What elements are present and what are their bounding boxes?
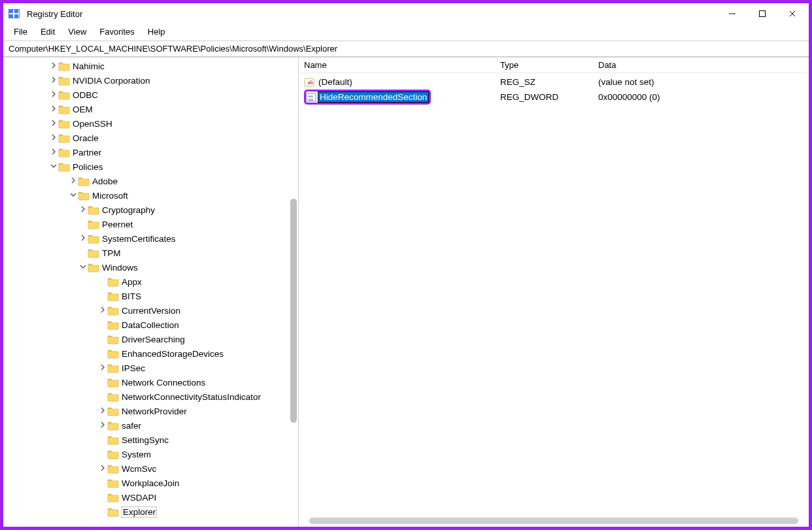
tree-item[interactable]: WSDAPI (3, 490, 298, 505)
folder-icon (88, 205, 99, 215)
maximize-button[interactable] (747, 3, 777, 24)
folder-icon (107, 334, 119, 344)
address-bar[interactable]: Computer\HKEY_LOCAL_MACHINE\SOFTWARE\Pol… (3, 41, 809, 57)
tree-item-label: Appx (122, 277, 142, 287)
value-row[interactable]: 011110HideRecommendedSectionREG_DWORD0x0… (299, 90, 809, 105)
tree-item[interactable]: Microsoft (3, 188, 298, 203)
chevron-right-icon[interactable] (98, 422, 107, 429)
annotation-highlight: 011110HideRecommendedSection (304, 90, 431, 105)
folder-icon (107, 463, 119, 474)
menu-view[interactable]: View (61, 25, 93, 38)
folder-icon (58, 75, 70, 86)
tree-item-label: NetworkProvider (122, 406, 187, 416)
chevron-right-icon[interactable] (69, 177, 78, 185)
tree-item[interactable]: Policies (3, 159, 298, 174)
menu-edit[interactable]: Edit (34, 25, 61, 38)
tree-item[interactable]: safer (3, 418, 298, 433)
tree-item[interactable]: TPM (3, 246, 298, 260)
tree-item[interactable]: DriverSearching (3, 332, 298, 346)
svg-rect-0 (9, 10, 13, 13)
values-horizontal-scrollbar[interactable] (309, 518, 798, 524)
tree-scrollbar[interactable] (290, 59, 297, 525)
tree-item-label: Oracle (73, 133, 99, 143)
chevron-right-icon[interactable] (98, 364, 107, 372)
value-type: REG_SZ (495, 77, 593, 87)
tree-item[interactable]: NetworkConnectivityStatusIndicator (3, 389, 298, 404)
chevron-right-icon[interactable] (49, 91, 58, 99)
chevron-right-icon[interactable] (49, 134, 58, 142)
menu-help[interactable]: Help (141, 25, 172, 38)
tree-item[interactable]: BITS (3, 289, 298, 303)
tree-item[interactable]: CurrentVersion (3, 303, 298, 318)
chevron-right-icon[interactable] (49, 105, 58, 113)
column-header-name[interactable]: Name (299, 60, 495, 70)
folder-icon (58, 147, 70, 157)
chevron-down-icon[interactable] (69, 191, 78, 199)
tree-item[interactable]: DataCollection (3, 318, 298, 332)
tree-item[interactable]: NVIDIA Corporation (3, 73, 298, 88)
chevron-right-icon[interactable] (98, 407, 107, 415)
window-title: Registry Editor (27, 9, 82, 19)
tree-item-label: Explorer (123, 507, 156, 517)
tree-item[interactable]: Oracle (3, 131, 298, 145)
tree-item[interactable]: Partner (3, 145, 298, 159)
tree-item[interactable]: Network Connections (3, 375, 298, 389)
svg-rect-2 (9, 14, 13, 18)
tree-item-label: Windows (102, 263, 138, 273)
folder-icon (107, 420, 119, 431)
tree-item[interactable]: ODBC (3, 88, 298, 102)
folder-icon (107, 478, 119, 488)
tree-item[interactable]: IPSec (3, 361, 298, 375)
tree-item[interactable]: Explorer (3, 505, 298, 519)
tree-item[interactable]: SettingSync (3, 433, 298, 447)
tree-item[interactable]: Windows (3, 260, 298, 274)
title-bar: Registry Editor (3, 3, 809, 24)
chevron-right-icon[interactable] (78, 235, 88, 242)
tree-item[interactable]: OEM (3, 102, 298, 116)
value-name-edit[interactable]: HideRecommendedSection (318, 91, 429, 103)
tree-item[interactable]: Cryptography (3, 203, 298, 217)
tree-item[interactable]: WcmSvc (3, 461, 298, 476)
folder-icon (58, 118, 70, 129)
tree-item-label: OpenSSH (73, 119, 112, 129)
menu-bar: File Edit View Favorites Help (3, 24, 809, 41)
values-header: Name Type Data (299, 58, 809, 73)
close-button[interactable] (777, 3, 807, 24)
chevron-right-icon[interactable] (49, 120, 58, 127)
folder-icon (107, 435, 119, 445)
tree-item[interactable]: WorkplaceJoin (3, 476, 298, 490)
reg-dword-icon: 011110 (306, 92, 318, 103)
tree-item-label: System (122, 450, 151, 459)
column-header-data[interactable]: Data (593, 60, 809, 70)
folder-icon (107, 449, 119, 459)
tree-item-label: TPM (102, 248, 121, 258)
folder-icon (58, 61, 70, 71)
tree-item-label: DriverSearching (122, 335, 185, 344)
tree-item[interactable]: Appx (3, 274, 298, 289)
tree-item[interactable]: NetworkProvider (3, 404, 298, 418)
tree-item[interactable]: OpenSSH (3, 116, 298, 131)
menu-file[interactable]: File (7, 25, 34, 38)
tree-item[interactable]: SystemCertificates (3, 231, 298, 246)
values-pane: Name Type Data ab(Default)REG_SZ(value n… (299, 58, 809, 527)
column-header-type[interactable]: Type (495, 60, 593, 70)
tree-item[interactable]: Peernet (3, 217, 298, 231)
folder-icon (107, 363, 119, 373)
chevron-right-icon[interactable] (49, 62, 58, 70)
chevron-right-icon[interactable] (78, 206, 88, 214)
folder-icon (78, 190, 90, 201)
value-data: (value not set) (593, 77, 809, 87)
minimize-button[interactable] (717, 3, 747, 24)
chevron-down-icon[interactable] (78, 263, 88, 271)
tree-item[interactable]: Adobe (3, 174, 298, 188)
tree-item[interactable]: EnhancedStorageDevices (3, 346, 298, 361)
tree-item[interactable]: Nahimic (3, 59, 298, 73)
chevron-down-icon[interactable] (49, 163, 58, 171)
tree-item[interactable]: System (3, 447, 298, 461)
value-row[interactable]: ab(Default)REG_SZ(value not set) (299, 75, 809, 90)
menu-favorites[interactable]: Favorites (93, 25, 141, 38)
chevron-right-icon[interactable] (98, 465, 107, 472)
chevron-right-icon[interactable] (49, 148, 58, 156)
chevron-right-icon[interactable] (98, 306, 107, 314)
chevron-right-icon[interactable] (49, 76, 58, 84)
